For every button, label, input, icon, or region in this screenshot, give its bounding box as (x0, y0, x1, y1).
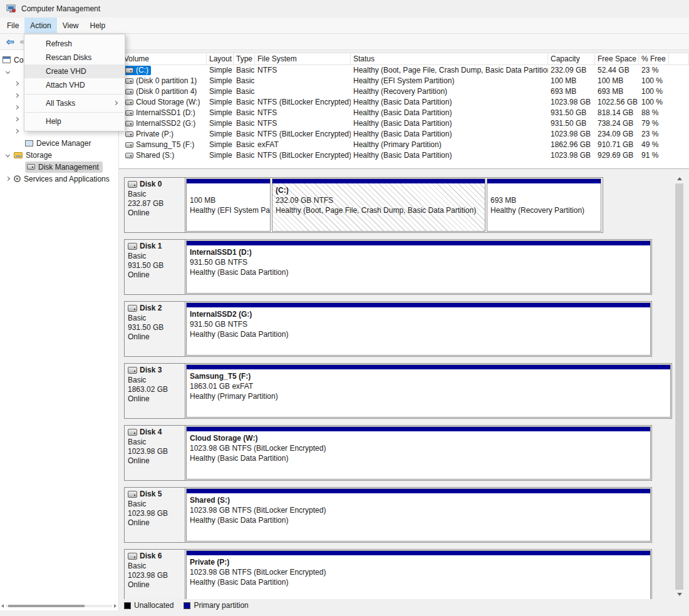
volume-name-selected[interactable]: (C:) (124, 66, 151, 75)
scrollbar-thumb[interactable] (8, 605, 85, 607)
vertical-scrollbar[interactable] (675, 174, 684, 599)
col-layout[interactable]: Layout (207, 53, 234, 64)
volume-label: InternalSSD1 (D:) (136, 108, 195, 118)
chevron-right-icon[interactable] (14, 129, 19, 133)
menu-file[interactable]: File (1, 18, 24, 33)
disk-row: Disk 5 Basic 1023.98 GB Online Shared (S… (124, 487, 652, 543)
partition[interactable]: InternalSSD1 (D:) 931.50 GB NTFS Healthy… (186, 240, 651, 294)
menu-item-help[interactable]: Help (24, 115, 125, 128)
volume-name[interactable]: (Disk 0 partition 1) (124, 76, 199, 86)
disk-info[interactable]: Disk 2 Basic 931.50 GB Online (125, 302, 185, 356)
volume-name[interactable]: InternalSSD2 (G:) (124, 119, 198, 128)
partition[interactable]: Shared (S:) 1023.98 GB NTFS (BitLocker E… (186, 488, 651, 542)
partition[interactable]: 693 MB Healthy (Recovery Partition) (487, 178, 601, 232)
col-pct-free[interactable]: % Free (639, 53, 669, 64)
partition[interactable]: Private (P:) 1023.98 GB NTFS (BitLocker … (186, 550, 651, 599)
disk-info[interactable]: Disk 4 Basic 1023.98 GB Online (125, 426, 185, 480)
disk-info[interactable]: Disk 0 Basic 232.87 GB Online (125, 178, 185, 232)
tree-item-storage[interactable]: Storage (0, 149, 118, 161)
col-status[interactable]: Status (351, 53, 548, 64)
disk-info[interactable]: Disk 5 Basic 1023.98 GB Online (125, 488, 185, 542)
back-arrow-icon[interactable]: ⇦ (6, 37, 14, 46)
menu-item-refresh[interactable]: Refresh (24, 37, 125, 51)
volume-icon (125, 153, 133, 158)
menu-item-attach-vhd[interactable]: Attach VHD (24, 78, 125, 92)
table-row[interactable]: Private (P:) Simple Basic NTFS (BitLocke… (119, 129, 689, 140)
partition-color-bar (187, 427, 650, 431)
disk-size: 931.50 GB (128, 323, 182, 332)
partition-size: 100 MB (190, 195, 267, 205)
menu-item-all-tasks[interactable]: All Tasks (24, 96, 125, 110)
table-row[interactable]: Samsung_T5 (F:) Simple Basic exFAT Healt… (119, 140, 689, 150)
chevron-right-icon[interactable] (14, 117, 19, 121)
scroll-down-icon[interactable] (677, 593, 682, 596)
chevron-down-icon[interactable] (6, 69, 10, 74)
partition-status: Healthy (EFI System Partition) (190, 205, 267, 215)
table-row[interactable]: (Disk 0 partition 4) Simple Basic Health… (119, 86, 689, 97)
partition-name (490, 185, 598, 195)
table-row[interactable]: InternalSSD1 (D:) Simple Basic NTFS Heal… (119, 108, 689, 118)
tree-item-services-and-applications[interactable]: Services and Applications (0, 173, 118, 185)
tree-item-disk-management[interactable]: Disk Management (0, 161, 118, 173)
col-capacity[interactable]: Capacity (548, 53, 595, 64)
menu-view[interactable]: View (57, 18, 85, 33)
disk-status: Online (128, 456, 182, 466)
col-type[interactable]: Type (234, 53, 255, 64)
partition[interactable]: InternalSSD2 (G:) 931.50 GB NTFS Healthy… (186, 302, 651, 356)
col-free-space[interactable]: Free Space (595, 53, 639, 64)
col-filler (669, 53, 689, 64)
disk-type: Basic (128, 500, 182, 509)
window-title: Computer Management (21, 4, 100, 13)
chevron-right-icon[interactable] (14, 81, 19, 86)
partition-name: Shared (S:) (190, 495, 647, 505)
menu-action[interactable]: Action (24, 18, 56, 33)
disk-row: Disk 0 Basic 232.87 GB Online 100 MB Hea… (124, 177, 603, 233)
chevron-right-icon[interactable] (14, 93, 19, 98)
table-row[interactable]: Cloud Storage (W:) Simple Basic NTFS (Bi… (119, 97, 689, 108)
scroll-up-icon[interactable] (677, 177, 682, 180)
disk-type: Basic (128, 438, 182, 447)
menu-item-create-vhd[interactable]: Create VHD (24, 64, 125, 78)
disk-info[interactable]: Disk 1 Basic 931.50 GB Online (125, 240, 185, 294)
menu-item-rescan-disks[interactable]: Rescan Disks (24, 51, 125, 64)
volume-name[interactable]: Private (P:) (124, 130, 176, 139)
horizontal-scrollbar[interactable] (1, 602, 117, 610)
scroll-right-icon[interactable] (114, 604, 117, 608)
partition-color-bar (187, 489, 650, 493)
volume-label: Private (P:) (136, 129, 174, 140)
chevron-right-icon[interactable] (14, 105, 19, 110)
table-row[interactable]: InternalSSD2 (G:) Simple Basic NTFS Heal… (119, 118, 689, 129)
volume-label: (Disk 0 partition 4) (136, 86, 197, 97)
col-file-system[interactable]: File System (255, 53, 351, 64)
menu-separator (25, 112, 124, 113)
partition-status: Healthy (Basic Data Partition) (190, 267, 647, 277)
disk-row: Disk 3 Basic 1863.02 GB Online Samsung_T… (124, 363, 672, 419)
partition-name: InternalSSD2 (G:) (190, 309, 647, 319)
partition[interactable]: Cloud Storage (W:) 1023.98 GB NTFS (BitL… (186, 426, 651, 480)
scroll-left-icon[interactable] (1, 604, 4, 608)
chevron-right-icon[interactable] (6, 177, 10, 181)
volume-name[interactable]: Shared (S:) (124, 151, 177, 160)
scrollbar-thumb[interactable] (675, 183, 683, 590)
partition[interactable]: 100 MB Healthy (EFI System Partition) (186, 178, 271, 232)
table-row[interactable]: (Disk 0 partition 1) Simple Basic Health… (119, 76, 689, 86)
volume-name[interactable]: InternalSSD1 (D:) (124, 108, 198, 118)
partition-status: Healthy (Basic Data Partition) (190, 515, 647, 525)
chevron-down-icon[interactable] (6, 153, 10, 157)
table-row[interactable]: (C:) Simple Basic NTFS Healthy (Boot, Pa… (119, 65, 689, 76)
partition[interactable]: Samsung_T5 (F:) 1863.01 GB exFAT Healthy… (186, 364, 671, 418)
partition-color-bar (487, 179, 601, 183)
disk-name: Disk 1 (140, 242, 162, 251)
disk-info[interactable]: Disk 3 Basic 1863.02 GB Online (125, 364, 185, 418)
disk-info[interactable]: Disk 6 Basic 1023.98 GB Online (125, 550, 185, 599)
volume-name[interactable]: Cloud Storage (W:) (124, 98, 203, 107)
volume-name[interactable]: Samsung_T5 (F:) (124, 140, 197, 150)
tree-item-device-manager[interactable]: Device Manager (0, 137, 118, 149)
disk-icon (128, 367, 137, 374)
volume-name[interactable]: (Disk 0 partition 4) (124, 87, 199, 96)
menu-help[interactable]: Help (85, 18, 111, 33)
col-volume[interactable]: Volume (119, 53, 207, 64)
table-row[interactable]: Shared (S:) Simple Basic NTFS (BitLocker… (119, 150, 689, 161)
partition-selected[interactable]: (C:) 232.09 GB NTFS Healthy (Boot, Page … (272, 178, 485, 232)
disk-row: Disk 6 Basic 1023.98 GB Online Private (… (124, 549, 652, 599)
